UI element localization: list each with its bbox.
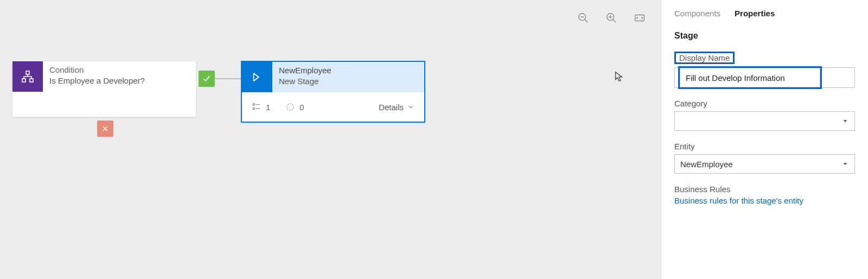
cursor-icon (613, 71, 625, 83)
details-label: Details (379, 103, 404, 112)
stage-header: NewEmployee New Stage (242, 62, 424, 92)
svg-line-1 (585, 20, 588, 23)
branch-icon (12, 61, 43, 92)
business-rules-label: Business Rules (674, 185, 855, 194)
fit-screen-icon[interactable] (634, 12, 646, 26)
connector-line (215, 78, 241, 79)
svg-rect-16 (253, 108, 254, 110)
svg-rect-10 (30, 79, 33, 82)
zoom-in-icon[interactable] (605, 12, 617, 26)
business-rules-link[interactable]: Business rules for this stage's entity (674, 196, 855, 205)
business-rules-field: Business Rules Business rules for this s… (674, 185, 855, 205)
svg-rect-8 (26, 71, 29, 74)
svg-point-18 (287, 104, 293, 110)
category-field: Category (674, 99, 855, 131)
stage-body-left: 1 0 (252, 102, 304, 112)
processes-count-value: 0 (299, 103, 304, 112)
condition-type-label: Condition (49, 65, 145, 75)
category-select[interactable] (674, 111, 855, 131)
category-label: Category (674, 99, 707, 108)
steps-count: 1 (252, 102, 270, 112)
display-name-highlight (678, 66, 822, 89)
condition-header: Condition Is Employee a Developer? (12, 61, 196, 92)
display-name-label: Display Name (674, 52, 735, 64)
svg-rect-14 (253, 104, 254, 105)
condition-yes-badge[interactable] (199, 71, 215, 87)
stage-entity-label: NewEmployee (279, 65, 331, 76)
entity-field: Entity NewEmployee (674, 142, 855, 174)
processes-count: 0 (285, 102, 304, 112)
stage-body: 1 0 Details (242, 92, 424, 122)
designer-canvas[interactable]: Condition Is Employee a Developer? NewEm… (0, 0, 661, 279)
svg-line-4 (613, 20, 616, 23)
zoom-out-icon[interactable] (577, 12, 589, 26)
condition-node[interactable]: Condition Is Employee a Developer? (12, 61, 196, 117)
details-toggle[interactable]: Details (379, 103, 414, 112)
tab-properties[interactable]: Properties (735, 9, 775, 18)
condition-name-label: Is Employee a Developer? (49, 75, 145, 86)
entity-value: NewEmployee (680, 160, 733, 169)
properties-panel: Components Properties Stage Display Name… (661, 0, 868, 279)
panel-tabs: Components Properties (674, 9, 855, 18)
chevron-stage-icon (242, 62, 272, 92)
condition-no-badge[interactable] (97, 121, 113, 137)
condition-labels: Condition Is Employee a Developer? (43, 61, 151, 92)
chevron-down-icon (841, 160, 849, 168)
display-name-input[interactable] (680, 68, 820, 87)
steps-count-value: 1 (266, 103, 270, 112)
chevron-down-icon (841, 117, 849, 125)
stage-name-label: New Stage (279, 76, 331, 87)
display-name-field: Display Name (674, 52, 855, 88)
display-name-input-outer (674, 67, 855, 88)
steps-icon (252, 102, 261, 112)
process-icon (285, 102, 295, 112)
chevron-down-icon (407, 103, 414, 111)
stage-labels: NewEmployee New Stage (272, 62, 338, 92)
stage-node[interactable]: NewEmployee New Stage 1 0 Details (241, 61, 425, 123)
entity-label: Entity (674, 142, 695, 151)
svg-rect-9 (22, 79, 25, 82)
tab-components[interactable]: Components (674, 9, 720, 18)
canvas-toolbar (577, 12, 646, 26)
panel-section-title: Stage (674, 31, 855, 41)
entity-select[interactable]: NewEmployee (674, 154, 855, 174)
